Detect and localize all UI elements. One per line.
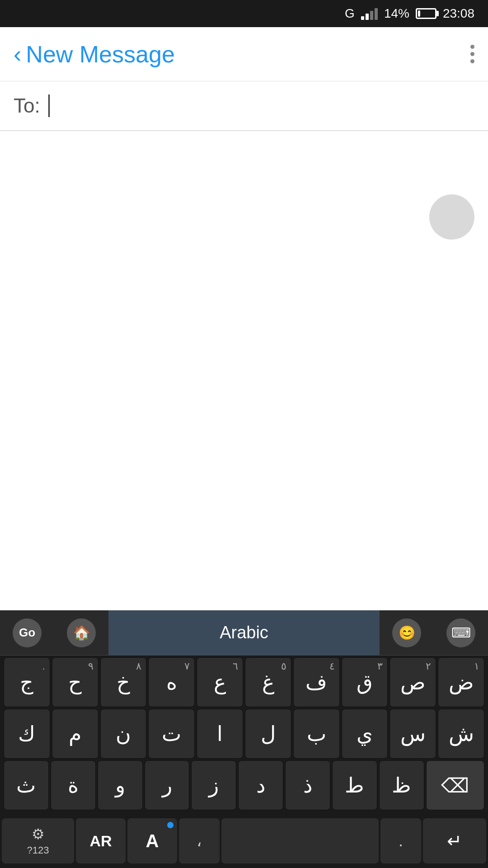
back-button[interactable]: ‹ xyxy=(14,42,21,66)
key-seen[interactable]: س xyxy=(389,709,436,759)
keyboard-row-1: . ج ٩ ح ٨ خ ٧ ه ٦ ع ٥ غ xyxy=(1,657,487,707)
menu-dot-2 xyxy=(470,52,474,56)
network-type: G xyxy=(345,6,355,21)
go-label: Go xyxy=(19,626,35,640)
floating-action-button[interactable] xyxy=(429,194,474,240)
key-kaf[interactable]: ك xyxy=(4,709,50,759)
keyboard-switch-button[interactable]: ⌨ xyxy=(434,610,488,655)
key-alef[interactable]: ا xyxy=(197,709,243,759)
comma-key[interactable]: ، xyxy=(179,818,220,863)
key-ra[interactable]: ر xyxy=(145,760,190,810)
enter-icon: ↵ xyxy=(447,830,462,851)
period-key[interactable]: . xyxy=(380,818,421,863)
key-zain[interactable]: ز xyxy=(191,760,236,810)
key-ta[interactable]: ت xyxy=(148,709,195,759)
settings-gear-icon: ⚙ xyxy=(32,826,45,843)
page-title: New Message xyxy=(26,41,174,68)
key-sad[interactable]: ٢ ص xyxy=(389,657,436,707)
key-lam[interactable]: ل xyxy=(245,709,291,759)
key-dhal[interactable]: ذ xyxy=(285,760,330,810)
ar-label: AR xyxy=(89,832,112,850)
keyboard-bottom-row: ⚙ ?123 AR A ، . ↵ xyxy=(0,814,488,868)
period-char: . xyxy=(399,831,403,850)
key-dal[interactable]: د xyxy=(238,760,283,810)
key-qaf[interactable]: ٣ ق xyxy=(342,657,388,707)
to-label: To: xyxy=(14,94,40,117)
clock: 23:08 xyxy=(443,6,474,21)
key-ha[interactable]: ٩ ح xyxy=(52,657,99,707)
keyboard-row-2: ك م ن ت ا ل ب ي س xyxy=(1,709,487,759)
num-symbol-label: ?123 xyxy=(27,844,49,856)
key-dad[interactable]: ١ ض xyxy=(438,657,484,707)
backspace-icon: ⌫ xyxy=(441,774,469,797)
font-button[interactable]: A xyxy=(127,818,177,863)
keyboard-row-3: ث ة و ر ز د ذ ط ظ xyxy=(1,760,487,810)
key-ain[interactable]: ٦ ع xyxy=(197,657,243,707)
battery-icon-container xyxy=(416,8,436,19)
space-key[interactable] xyxy=(221,818,379,863)
signal-bars xyxy=(361,7,378,20)
keyboard-home-button[interactable]: 🏠 xyxy=(54,610,108,655)
key-nun[interactable]: ن xyxy=(100,709,147,759)
language-toggle-button[interactable]: AR xyxy=(76,818,126,863)
keyboard-switch-icon: ⌨ xyxy=(446,618,475,647)
to-field[interactable]: To: xyxy=(0,81,488,131)
key-fa[interactable]: ٤ ف xyxy=(293,657,340,707)
key-ya[interactable]: ي xyxy=(342,709,388,759)
text-cursor xyxy=(48,94,50,117)
key-ja[interactable]: . ج xyxy=(4,657,50,707)
active-indicator xyxy=(167,822,174,828)
message-area[interactable] xyxy=(0,131,488,610)
backspace-key[interactable]: ⌫ xyxy=(426,760,484,810)
status-bar: G 14% 23:08 xyxy=(0,0,488,27)
key-tha[interactable]: ث xyxy=(4,760,49,810)
home-icon: 🏠 xyxy=(67,618,96,647)
battery-percent: 14% xyxy=(384,6,409,21)
key-meem[interactable]: م xyxy=(52,709,99,759)
keyboard-settings-button[interactable]: ⚙ ?123 xyxy=(2,818,74,863)
key-ta-marbuta[interactable]: ة xyxy=(51,760,96,810)
key-sheen[interactable]: ش xyxy=(438,709,484,759)
key-ghain[interactable]: ٥ غ xyxy=(245,657,291,707)
header-left: ‹ New Message xyxy=(14,41,175,68)
keyboard-emoji-button[interactable]: 😊 xyxy=(380,610,434,655)
menu-dot-1 xyxy=(470,45,474,49)
emoji-icon: 😊 xyxy=(392,618,421,647)
enter-key[interactable]: ↵ xyxy=(423,818,486,863)
battery-icon xyxy=(416,8,436,19)
menu-dot-3 xyxy=(470,59,474,63)
key-ba[interactable]: ب xyxy=(293,709,340,759)
go-icon: Go xyxy=(13,618,42,647)
key-ha2[interactable]: ٧ ه xyxy=(148,657,195,707)
app-header: ‹ New Message xyxy=(0,27,488,81)
arabic-keyboard: Go 🏠 Arabic 😊 ⌨ . ج ٩ ح ٨ خ xyxy=(0,610,488,868)
key-kha[interactable]: ٨ خ xyxy=(100,657,147,707)
key-tah[interactable]: ط xyxy=(332,760,377,810)
overflow-menu-button[interactable] xyxy=(470,45,474,63)
keyboard-go-button[interactable]: Go xyxy=(0,610,54,655)
keyboard-language-label[interactable]: Arabic xyxy=(108,610,380,655)
battery-fill xyxy=(418,10,420,17)
comma-char: ، xyxy=(197,831,202,850)
font-a-label: A xyxy=(146,831,159,851)
keyboard-keys: . ج ٩ ح ٨ خ ٧ ه ٦ ع ٥ غ xyxy=(0,656,488,814)
key-waw[interactable]: و xyxy=(98,760,143,810)
key-zah[interactable]: ظ xyxy=(379,760,424,810)
keyboard-toolbar: Go 🏠 Arabic 😊 ⌨ xyxy=(0,610,488,656)
